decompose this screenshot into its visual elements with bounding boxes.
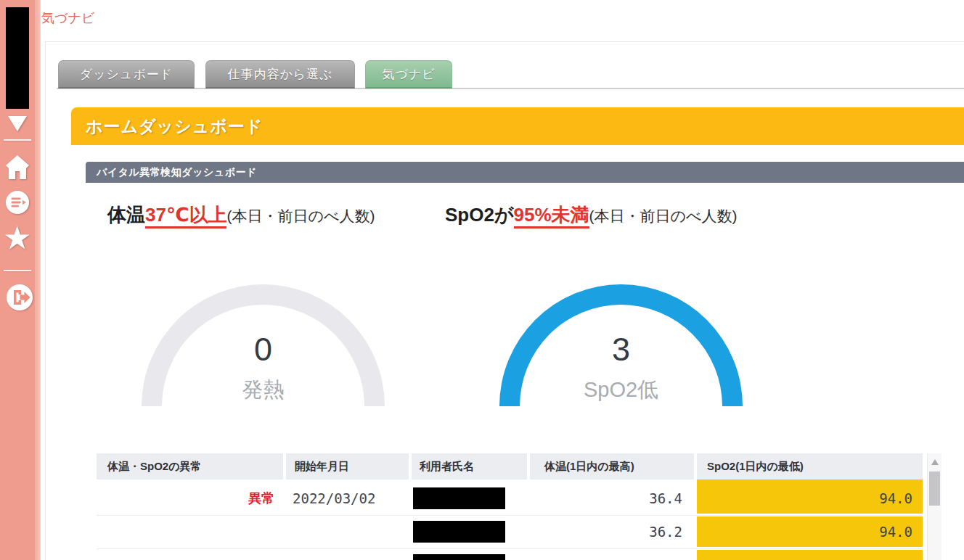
spo2-title-note: (本日・前日のべ人数) [589, 207, 738, 224]
name-cell [412, 483, 527, 514]
section-header: バイタル異常検知ダッシュボード [86, 162, 964, 183]
app-sidebar: ★ [0, 0, 35, 560]
section-title: バイタル異常検知ダッシュボード [97, 166, 257, 179]
table-row[interactable]: 36.2 94.0 [97, 516, 923, 547]
tab-kizunavi[interactable]: 気づナビ [365, 60, 452, 88]
redacted-name-box [413, 521, 505, 543]
tab-dashboard[interactable]: ダッシュボード [58, 60, 195, 88]
spo2-stat-title: SpO2が95%未満(本日・前日のべ人数) [445, 202, 738, 228]
redacted-logo-box [6, 7, 29, 109]
spo2-gauge: 3 SpO2低 [499, 284, 743, 406]
status-cell [97, 550, 283, 560]
name-cell [412, 550, 527, 560]
tab-label: 気づナビ [382, 66, 435, 83]
redacted-name-box [413, 487, 505, 509]
date-cell [286, 550, 409, 560]
temp-cell: 36.2 [530, 516, 694, 547]
app-nav-title: 気づナビ [41, 9, 94, 27]
col-header-abnormal: 体温・SpO2の異常 [97, 453, 283, 479]
fever-gauge-label: 発熱 [142, 376, 385, 405]
status-cell: 異常 [97, 483, 283, 514]
tab-label: 仕事内容から選ぶ [227, 66, 332, 83]
dashboard-title: ホームダッシュボード [86, 115, 263, 138]
sidebar-edge [35, 0, 41, 560]
spo2-cell: 94.0 [697, 516, 923, 547]
tab-label: ダッシュボード [80, 66, 173, 83]
spo2-cell: 94.0 [697, 483, 923, 514]
name-cell [412, 516, 527, 547]
sidebar-divider [4, 139, 31, 141]
table-row[interactable]: 36.4 94.0 [97, 550, 923, 560]
status-cell [97, 516, 283, 547]
date-cell: 2022/03/02 [286, 483, 409, 514]
scroll-up-arrow-icon[interactable] [931, 459, 939, 465]
record-list-icon[interactable] [5, 190, 30, 218]
fever-gauge: 0 発熱 [142, 284, 385, 406]
spo2-gauge-label: SpO2低 [499, 376, 743, 405]
scrollbar-thumb[interactable] [929, 472, 940, 506]
sidebar-divider [4, 270, 31, 271]
col-header-date: 開始年月日 [286, 453, 409, 479]
temp-stat-title: 体温37℃以上(本日・前日のべ人数) [107, 202, 375, 228]
tab-select-work[interactable]: 仕事内容から選ぶ [205, 60, 355, 88]
temp-cell: 36.4 [530, 550, 694, 560]
table-scrollbar[interactable] [927, 453, 941, 560]
table-row[interactable]: 異常 2022/03/02 36.4 94.0 [97, 483, 923, 514]
col-header-spo2: SpO2(1日内の最低) [697, 453, 923, 479]
temp-cell: 36.4 [530, 483, 694, 514]
redacted-name-box [413, 554, 505, 560]
col-header-temp: 体温(1日内の最高) [530, 453, 694, 479]
home-icon[interactable] [5, 153, 30, 184]
collapse-triangle-icon[interactable] [8, 116, 27, 131]
fever-gauge-value: 0 [142, 331, 385, 368]
spo2-gauge-value: 3 [499, 331, 743, 368]
spo2-title-prefix: SpO2が [445, 204, 514, 226]
date-cell [286, 516, 409, 547]
temp-title-note: (本日・前日のべ人数) [226, 207, 375, 224]
logout-icon[interactable] [6, 284, 33, 314]
vitals-table: 体温・SpO2の異常 開始年月日 利用者氏名 体温(1日内の最高) SpO2(1… [97, 453, 923, 560]
spo2-title-threshold: 95%未満 [514, 204, 589, 228]
dashboard-header: ホームダッシュボード [71, 107, 964, 145]
favorites-star-icon[interactable]: ★ [3, 222, 31, 254]
col-header-name: 利用者氏名 [412, 453, 527, 479]
temp-title-prefix: 体温 [107, 204, 145, 226]
temp-title-threshold: 37℃以上 [145, 204, 226, 228]
spo2-cell: 94.0 [697, 550, 923, 560]
